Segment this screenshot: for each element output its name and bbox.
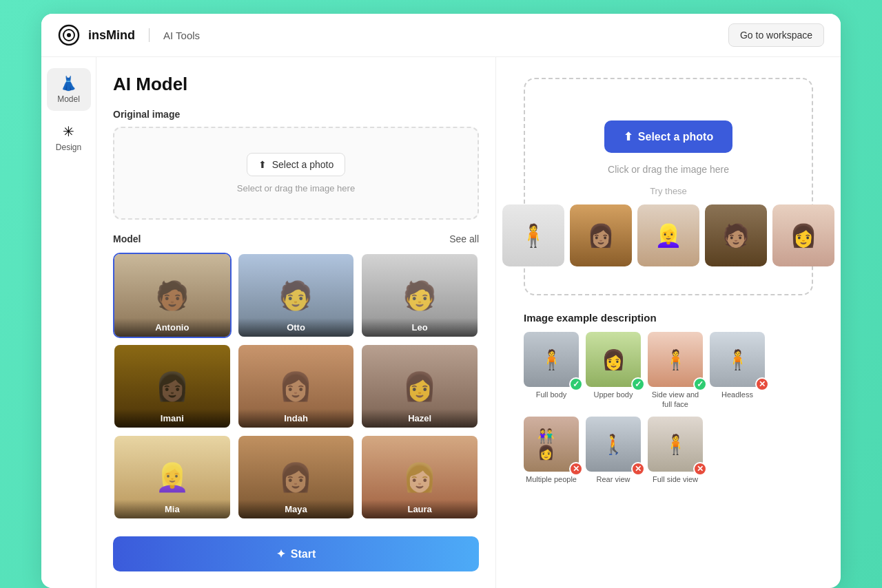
main-layout: 👗 Model ✳ Design AI Model Original image… xyxy=(41,57,841,588)
select-photo-small-btn[interactable]: ⬆ Select a photo xyxy=(247,153,346,176)
example-section-title: Image example description xyxy=(524,312,813,324)
example-label-multiple: Multiple people xyxy=(526,474,577,484)
model-card-antonio[interactable]: 🧑🏾 Antonio xyxy=(113,253,232,338)
try-thumb-1[interactable]: 🧍 xyxy=(502,204,564,266)
example-label-rear-view: Rear view xyxy=(597,474,630,484)
model-card-laura[interactable]: 👩🏼 Laura xyxy=(360,434,479,520)
drag-hint: Click or drag the image here xyxy=(608,164,729,175)
example-grid: 🧍 ✓ Full body 👩 ✓ xyxy=(524,332,813,484)
model-name-otto: Otto xyxy=(238,318,354,337)
example-label-full-side: Full side view xyxy=(653,474,698,484)
upload-icon-main: ⬆ xyxy=(624,130,633,143)
model-card-indah[interactable]: 👩🏽 Indah xyxy=(237,344,356,429)
try-these-grid: 🧍 👩🏽 👱‍♀️ xyxy=(502,204,834,266)
try-thumb-3[interactable]: 👱‍♀️ xyxy=(637,204,699,266)
sidebar-label-design: Design xyxy=(56,143,81,152)
workspace-button[interactable]: Go to workspace xyxy=(728,23,824,47)
example-img-multiple: 👫👩 ✕ xyxy=(524,417,579,472)
sidebar-item-design[interactable]: ✳ Design xyxy=(47,116,91,159)
try-thumb-3-inner: 👱‍♀️ xyxy=(637,204,699,266)
logo-text: insMind xyxy=(88,28,135,43)
model-name-antonio: Antonio xyxy=(114,318,230,337)
design-icon: ✳ xyxy=(63,123,74,140)
model-section-header: Model See all xyxy=(113,233,479,244)
example-label-upper-body: Upper body xyxy=(594,390,633,399)
select-photo-small-label: Select a photo xyxy=(272,159,334,170)
ex-fig-7: 🧍 xyxy=(664,432,688,455)
select-photo-main-btn[interactable]: ⬆ Select a photo xyxy=(604,120,732,153)
left-panel: AI Model Original image ⬆ Select a photo… xyxy=(96,57,496,588)
page-title: AI Model xyxy=(113,74,479,95)
try-figure-3: 👱‍♀️ xyxy=(655,222,682,249)
try-figure-1: 🧍 xyxy=(520,222,547,249)
upload-arrow-icon: ⬆ xyxy=(258,159,267,170)
select-photo-main-label: Select a photo xyxy=(638,131,713,143)
model-card-mia[interactable]: 👱‍♀️ Mia xyxy=(113,434,232,520)
model-name-indah: Indah xyxy=(238,409,354,428)
ex-fig-2: 👩 xyxy=(602,348,626,371)
model-name-laura: Laura xyxy=(362,500,478,518)
example-item-side-view: 🧍 ✓ Side view and full face xyxy=(648,332,703,410)
logo-icon xyxy=(58,24,80,46)
example-label-headless: Headless xyxy=(721,390,753,399)
example-img-side-view: 🧍 ✓ xyxy=(648,332,703,387)
try-thumb-4[interactable]: 🧑🏽 xyxy=(705,204,767,266)
model-card-hazel[interactable]: 👩 Hazel xyxy=(360,344,479,429)
try-figure-5: 👩 xyxy=(790,222,817,249)
example-item-multiple: 👫👩 ✕ Multiple people xyxy=(524,417,579,484)
example-item-rear-view: 🚶 ✕ Rear view xyxy=(586,417,641,484)
right-upload-zone[interactable]: ⬆ Select a photo Click or drag the image… xyxy=(524,78,813,295)
logo-area: insMind AI Tools xyxy=(58,24,200,46)
try-these-section: Try these 🧍 👩🏽 xyxy=(502,186,834,266)
model-section-title: Model xyxy=(113,233,141,244)
example-item-full-body: 🧍 ✓ Full body xyxy=(524,332,579,410)
svg-point-2 xyxy=(67,33,71,37)
upload-area[interactable]: ⬆ Select a photo Select or drag the imag… xyxy=(113,127,479,220)
model-card-otto[interactable]: 🧑 Otto xyxy=(237,253,356,338)
see-all-link[interactable]: See all xyxy=(449,233,479,244)
model-card-maya[interactable]: 👩🏽 Maya xyxy=(237,434,356,520)
badge-multiple: ✕ xyxy=(569,462,583,476)
model-card-imani[interactable]: 👩🏿 Imani xyxy=(113,344,232,429)
try-thumb-1-inner: 🧍 xyxy=(502,204,564,266)
badge-full-body: ✓ xyxy=(569,377,583,391)
example-item-upper-body: 👩 ✓ Upper body xyxy=(586,332,641,410)
sidebar-item-model[interactable]: 👗 Model xyxy=(47,68,91,111)
try-these-label: Try these xyxy=(650,186,687,196)
model-name-mia: Mia xyxy=(114,500,230,518)
example-img-headless: 🧍 ✕ xyxy=(710,332,765,387)
model-icon: 👗 xyxy=(60,75,77,92)
sidebar-label-model: Model xyxy=(57,94,80,104)
example-grid-wrapper: 🧍 ✓ Full body 👩 ✓ xyxy=(524,332,813,484)
start-label: Start xyxy=(291,548,316,560)
example-img-full-body: 🧍 ✓ xyxy=(524,332,579,387)
model-name-imani: Imani xyxy=(114,409,230,428)
start-button[interactable]: ✦ Start xyxy=(113,536,479,571)
example-item-headless: 🧍 ✕ Headless xyxy=(710,332,765,410)
model-grid: 🧑🏾 Antonio 🧑 Otto 🧑 Leo xyxy=(113,253,479,520)
example-label-full-body: Full body xyxy=(536,390,567,399)
example-item-full-side: 🧍 ✕ Full side view xyxy=(648,417,703,484)
badge-upper-body: ✓ xyxy=(631,377,645,391)
sparkle-icon: ✦ xyxy=(276,547,285,560)
original-image-title: Original image xyxy=(113,109,479,120)
try-thumb-2[interactable]: 👩🏽 xyxy=(570,204,632,266)
try-figure-2: 👩🏽 xyxy=(587,222,615,249)
product-label: AI Tools xyxy=(163,30,200,41)
ex-fig-5: 👫👩 xyxy=(537,428,565,461)
app-header: insMind AI Tools Go to workspace xyxy=(41,14,841,57)
model-name-maya: Maya xyxy=(238,500,354,518)
sidebar: 👗 Model ✳ Design xyxy=(41,57,96,588)
try-figure-4: 🧑🏽 xyxy=(722,222,750,249)
try-thumb-5-inner: 👩 xyxy=(772,204,834,266)
example-img-full-side: 🧍 ✕ xyxy=(648,417,703,472)
example-label-side-view: Side view and full face xyxy=(648,390,703,410)
ex-fig-6: 🚶 xyxy=(602,432,626,455)
try-thumb-4-inner: 🧑🏽 xyxy=(705,204,767,266)
example-img-upper-body: 👩 ✓ xyxy=(586,332,641,387)
ex-fig-1: 🧍 xyxy=(540,348,564,371)
try-thumb-5[interactable]: 👩 xyxy=(772,204,834,266)
example-section: Image example description 🧍 ✓ Full body xyxy=(524,312,813,484)
badge-full-side: ✕ xyxy=(693,462,707,476)
model-card-leo[interactable]: 🧑 Leo xyxy=(360,253,479,338)
